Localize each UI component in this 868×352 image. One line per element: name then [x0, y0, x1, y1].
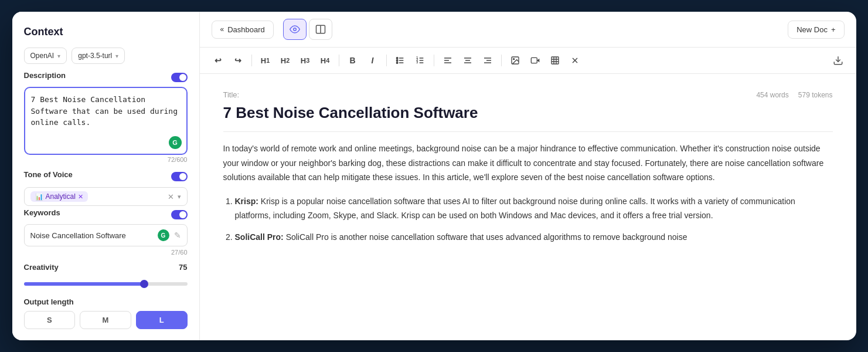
creativity-value: 75	[179, 263, 187, 272]
token-count: 579 tokens	[798, 91, 833, 99]
list-item-1-desc: Krisp is a popular noise cancellation so…	[235, 197, 795, 221]
undo-button[interactable]: ↩	[209, 52, 227, 69]
new-doc-button[interactable]: New Doc +	[788, 21, 844, 39]
doc-stats: 454 words 579 tokens	[756, 91, 832, 99]
document-body: In today's world of remote work and onli…	[223, 141, 833, 244]
align-right-button[interactable]	[479, 52, 496, 69]
description-label-row: Description	[24, 71, 188, 83]
italic-button[interactable]: I	[364, 52, 382, 69]
align-center-button[interactable]	[459, 52, 476, 69]
size-buttons: S M L	[24, 311, 188, 329]
document-title: 7 Best Noise Cancellation Software	[223, 104, 833, 132]
tone-row: Tone of Voice	[24, 170, 188, 182]
toolbar-separator-2	[339, 55, 339, 66]
h3-button[interactable]: H3	[297, 52, 314, 69]
provider-chevron-icon: ▾	[57, 53, 60, 59]
view-toggle	[283, 19, 332, 40]
svg-point-7	[396, 60, 398, 62]
tone-label: Tone of Voice	[24, 170, 73, 179]
keywords-edit-icon[interactable]: ✎	[174, 231, 181, 240]
table-button[interactable]	[546, 52, 564, 69]
dashboard-button[interactable]: « Dashboard	[212, 21, 274, 39]
doc-meta-row: Title: 454 words 579 tokens	[223, 90, 833, 99]
svg-rect-26	[531, 57, 537, 63]
list-item-2-desc: SoliCall Pro is another noise cancellati…	[286, 232, 687, 242]
tone-tag-label: Analytical	[46, 192, 76, 201]
tone-chevron-icon[interactable]: ▾	[178, 193, 181, 201]
document-paragraph-1: In today's world of remote work and onli…	[223, 141, 833, 185]
align-left-button[interactable]	[439, 52, 457, 69]
bold-button[interactable]: B	[344, 52, 362, 69]
provider-row: OpenAI ▾ gpt-3.5-turl ▾	[24, 48, 188, 64]
sidebar: Context OpenAI ▾ gpt-3.5-turl ▾ Descript…	[12, 12, 200, 340]
analytics-icon: 📊	[35, 193, 43, 201]
description-toggle[interactable]	[171, 73, 188, 82]
svg-text:3: 3	[416, 60, 418, 64]
model-chevron-icon: ▾	[115, 53, 118, 59]
toolbar-separator-1	[251, 55, 252, 66]
h4-button[interactable]: H4	[316, 52, 334, 69]
tone-remove-icon[interactable]: ✕	[78, 193, 83, 201]
provider-select[interactable]: OpenAI ▾	[24, 48, 67, 64]
description-textarea[interactable]: 7 Best Noise Cancellation Software that …	[31, 94, 181, 135]
tone-clear-icon[interactable]: ✕	[168, 192, 174, 201]
dashboard-label: Dashboard	[227, 25, 265, 34]
svg-rect-28	[552, 57, 559, 64]
numbered-list-button[interactable]: 123	[411, 52, 429, 69]
tone-actions: ✕ ▾	[168, 192, 181, 201]
description-label: Description	[24, 71, 66, 80]
editor-area[interactable]: Title: 454 words 579 tokens 7 Best Noise…	[200, 74, 856, 340]
keywords-grammarly-icon: G	[158, 229, 169, 241]
redo-button[interactable]: ↪	[229, 52, 247, 69]
creativity-row: Creativity 75	[24, 263, 188, 272]
download-button[interactable]	[829, 52, 847, 69]
creativity-slider[interactable]	[24, 282, 188, 286]
clear-format-button[interactable]	[566, 52, 584, 69]
size-s-button[interactable]: S	[24, 311, 76, 329]
h1-button[interactable]: H1	[257, 52, 274, 69]
grammarly-icon: G	[169, 136, 182, 149]
list-item-2-name: SoliCall Pro:	[235, 232, 286, 242]
provider-label: OpenAI	[30, 52, 55, 60]
toolbar-separator-5	[501, 55, 502, 66]
bullet-list-button[interactable]	[392, 52, 409, 69]
title-label: Title:	[223, 90, 240, 99]
h2-button[interactable]: H2	[277, 52, 294, 69]
list-item-1-name: Krisp:	[235, 197, 261, 206]
size-l-button[interactable]: L	[136, 311, 188, 329]
description-wrapper: 7 Best Noise Cancellation Software that …	[24, 87, 188, 155]
svg-point-6	[396, 57, 398, 59]
keywords-label: Keywords	[24, 208, 60, 217]
size-m-button[interactable]: M	[80, 311, 131, 329]
toolbar-separator-4	[434, 55, 434, 66]
tone-tag: 📊 Analytical ✕	[30, 191, 88, 202]
list-item-2: SoliCall Pro: SoliCall Pro is another no…	[235, 230, 833, 245]
view-split-button[interactable]	[309, 19, 332, 40]
svg-point-25	[513, 59, 514, 60]
keywords-char-count: 27/60	[24, 249, 188, 256]
tone-toggle[interactable]	[171, 172, 188, 181]
formatting-toolbar: ↩ ↪ H1 H2 H3 H4 B I 123	[200, 48, 856, 74]
keywords-wrapper: G ✎	[24, 224, 188, 246]
model-select[interactable]: gpt-3.5-turl ▾	[72, 48, 125, 64]
model-label: gpt-3.5-turl	[78, 52, 112, 60]
tone-select-wrapper[interactable]: 📊 Analytical ✕ ✕ ▾	[24, 187, 188, 206]
output-length-label: Output length	[24, 297, 188, 306]
image-button[interactable]	[506, 52, 524, 69]
creativity-label: Creativity	[24, 263, 59, 272]
svg-point-0	[294, 28, 297, 31]
top-bar: « Dashboard New Doc +	[200, 12, 856, 48]
keywords-input[interactable]	[30, 231, 153, 240]
chevron-left-icon: «	[220, 25, 224, 33]
main-content: « Dashboard New Doc + ↩ ↪ H1	[200, 12, 856, 340]
description-char-count: 72/600	[24, 156, 188, 163]
sidebar-title: Context	[24, 26, 188, 38]
keywords-toggle[interactable]	[171, 210, 188, 219]
view-preview-button[interactable]	[283, 19, 307, 40]
document-list: Krisp: Krisp is a popular noise cancella…	[223, 194, 833, 245]
new-doc-plus-icon: +	[831, 25, 836, 34]
toolbar-separator-3	[386, 55, 387, 66]
new-doc-label: New Doc	[796, 25, 828, 34]
video-button[interactable]	[526, 52, 544, 69]
svg-point-8	[396, 62, 398, 64]
